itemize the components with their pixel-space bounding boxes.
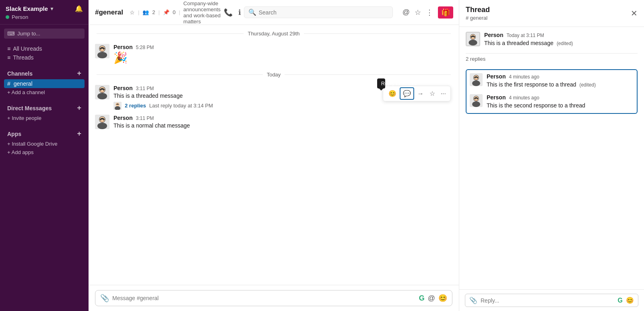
channel-hash-icon: # [7, 80, 10, 87]
star-button[interactable]: ☆ [427, 88, 438, 99]
phone-icon[interactable]: 📞 [224, 8, 233, 17]
jump-to-icon: ⌨ [7, 31, 15, 37]
replies-count-divider: 2 replies [466, 53, 638, 66]
star-icon[interactable]: ☆ [130, 9, 135, 16]
sender-name-1: Person [114, 44, 132, 50]
svg-point-11 [103, 90, 105, 91]
user-name-label: Person [12, 14, 28, 20]
thread-original-message: Person Today at 3:11 PM This is a thread… [466, 32, 638, 47]
thread-original-avatar [466, 32, 480, 46]
reply-to-thread-button[interactable]: 💬 [400, 87, 414, 100]
thread-reply1-sender: Person [487, 73, 506, 80]
add-app-icon[interactable]: + [77, 130, 81, 138]
dm-section-header[interactable]: Direct Messages + [4, 102, 85, 114]
add-apps-link[interactable]: + Add apps [4, 148, 85, 157]
sidebar-item-threads[interactable]: ≡ Threads [4, 53, 85, 62]
sidebar-item-general[interactable]: # general [4, 79, 85, 88]
nav-section: ≡ All Unreads ≡ Threads [0, 44, 89, 62]
thread-reply-input: 📎 G 😊 [459, 289, 644, 311]
apps-section-header[interactable]: Apps + [4, 128, 85, 140]
send-icon[interactable]: G [419, 294, 425, 303]
svg-point-31 [475, 77, 475, 78]
invite-people-link[interactable]: + Invite people [4, 114, 85, 122]
workspace-name[interactable]: Slack Example ▼ [6, 5, 54, 12]
at-icon[interactable]: @ [402, 8, 410, 16]
thread-reply1-avatar [470, 73, 483, 86]
emoji-reaction-button[interactable]: 😊 [386, 88, 399, 99]
forward-button[interactable]: → [415, 89, 426, 99]
thread-reply2-header: Person 4 minutes ago [487, 94, 585, 101]
avatar-1 [95, 44, 109, 58]
gift-button[interactable]: 🎁 [438, 6, 453, 19]
thread-original-sender: Person [484, 32, 503, 38]
timestamp-2: 3:11 PM [136, 86, 154, 91]
svg-point-25 [471, 37, 472, 38]
avatar-2 [95, 85, 109, 99]
add-dm-icon[interactable]: + [77, 104, 81, 112]
timestamp-1: 5:28 PM [136, 45, 154, 50]
message-header-1: Person 5:28 PM [114, 44, 451, 50]
channels-section-header[interactable]: Channels + [4, 68, 85, 79]
svg-point-20 [103, 119, 105, 120]
sender-name-2: Person [114, 85, 132, 91]
bookmark-icon[interactable]: ☆ [415, 8, 421, 17]
thread-title: Thread [466, 6, 490, 14]
emoji-icon[interactable]: 😊 [438, 294, 447, 303]
message-content-3: Person 3:11 PM This is a normal chat mes… [114, 115, 451, 130]
at-mention-icon[interactable]: @ [428, 294, 435, 303]
notifications-bell-icon[interactable]: 🔔 [75, 5, 83, 12]
svg-point-26 [474, 37, 475, 38]
channel-meta: ☆ | 👥 2 | 📌 0 | Company-wide announcemen… [130, 0, 221, 25]
search-input[interactable] [259, 9, 388, 16]
replies-count-label: 2 replies [466, 56, 485, 62]
svg-point-5 [103, 49, 105, 50]
channel-description: Company-wide announcements and work-base… [184, 0, 221, 25]
all-unreads-icon: ≡ [7, 45, 10, 52]
online-status-dot [6, 15, 9, 19]
channels-section: Channels + # general + Add a channel [0, 68, 89, 97]
svg-point-19 [100, 119, 101, 120]
more-actions-button[interactable]: ··· [438, 89, 448, 99]
search-bar[interactable]: 🔍 [244, 6, 393, 18]
thread-original-text: This is a threaded message (edited) [484, 39, 573, 47]
all-unreads-label: All Unreads [13, 45, 42, 52]
info-icon[interactable]: ℹ [238, 8, 241, 17]
reply-count-link[interactable]: 2 replies [125, 103, 146, 109]
sidebar: Slack Example ▼ 🔔 Person ⌨ Jump to... ≡ … [0, 0, 89, 311]
more-icon[interactable]: ⋮ [426, 8, 433, 17]
reply-meta: Last reply today at 3:14 PM [149, 103, 213, 109]
thread-header: Thread # general ✕ [459, 0, 644, 27]
thread-reply-field[interactable] [481, 297, 615, 304]
jump-to-label: Jump to... [17, 31, 40, 37]
thread-attach-icon[interactable]: 📎 [469, 297, 477, 304]
apps-label: Apps [7, 131, 21, 137]
thread-reply1-time: 4 minutes ago [509, 74, 539, 80]
sender-name-3: Person [114, 115, 132, 121]
message-text-3: This is a normal chat message [114, 122, 451, 130]
sidebar-item-all-unreads[interactable]: ≡ All Unreads [4, 44, 85, 53]
thread-reply2-text: This is the second response to a thread [487, 102, 585, 110]
svg-point-4 [100, 49, 101, 50]
huddle-count: 0 [173, 9, 175, 15]
install-google-drive-link[interactable]: + Install Google Drive [4, 140, 85, 148]
thread-panel: Thread # general ✕ Per [459, 0, 644, 311]
thread-emoji-icon[interactable]: 😊 [626, 297, 634, 304]
svg-point-2 [97, 52, 107, 58]
threads-label: Threads [13, 54, 33, 61]
message-input[interactable] [112, 295, 416, 301]
jump-to-button[interactable]: ⌨ Jump to... [4, 29, 85, 39]
channel-header-left: #general ☆ | 👥 2 | 📌 0 | Company-wide an… [89, 0, 240, 25]
thread-send-icon[interactable]: G [618, 297, 623, 304]
channel-general-label: general [14, 80, 33, 87]
svg-point-37 [475, 99, 475, 99]
add-channel-link[interactable]: + Add a channel [4, 88, 85, 97]
svg-point-38 [477, 99, 478, 99]
sidebar-header: Slack Example ▼ 🔔 Person [0, 0, 89, 25]
main-content: #general ☆ | 👥 2 | 📌 0 | Company-wide an… [89, 0, 459, 311]
message-input-area: 📎 G @ 😊 [89, 285, 459, 311]
dm-label: Direct Messages [7, 105, 52, 111]
close-thread-button[interactable]: ✕ [631, 8, 638, 18]
attach-icon[interactable]: 📎 [100, 294, 109, 303]
add-channel-icon[interactable]: + [77, 69, 81, 78]
apps-section: Apps + + Install Google Drive + Add apps [0, 128, 89, 157]
